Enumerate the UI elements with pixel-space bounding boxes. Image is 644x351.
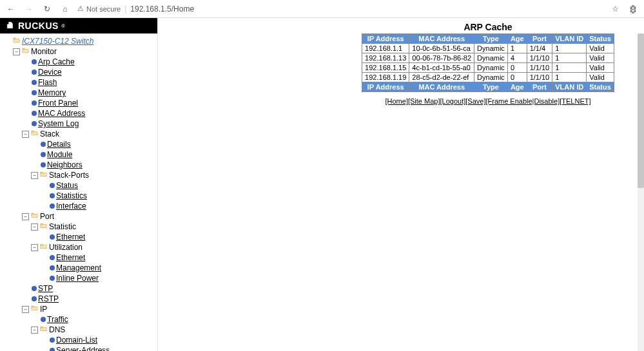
- tree-item[interactable]: Interface: [40, 201, 156, 211]
- tree-label[interactable]: Inline Power: [56, 273, 99, 283]
- bullet-icon: [50, 234, 55, 240]
- tree-item[interactable]: Arp Cache: [22, 57, 156, 67]
- tree-item[interactable]: RSTP: [22, 294, 156, 304]
- collapse-icon[interactable]: −: [22, 306, 29, 313]
- tree-item[interactable]: Front Panel: [22, 98, 156, 108]
- tree-label[interactable]: Port: [40, 211, 54, 222]
- tree-item[interactable]: Device: [22, 67, 156, 77]
- tree-item[interactable]: System Log: [22, 119, 156, 129]
- tree-item[interactable]: Inline Power: [40, 273, 156, 283]
- collapse-icon[interactable]: −: [31, 223, 38, 231]
- tree-label[interactable]: Statistics: [56, 191, 87, 201]
- tree-label[interactable]: Flash: [38, 77, 57, 88]
- footer-link[interactable]: [TELNET]: [560, 97, 590, 105]
- back-button[interactable]: ←: [5, 3, 17, 15]
- footer-link[interactable]: [Logout]: [440, 97, 466, 105]
- tree-label[interactable]: Module: [47, 149, 72, 160]
- tree-label[interactable]: STP: [38, 283, 53, 294]
- ruckus-logo-icon: [5, 21, 15, 32]
- folder-open-icon: [21, 46, 30, 57]
- tree-label[interactable]: Management: [56, 263, 101, 273]
- tree-item[interactable]: Module: [31, 149, 156, 160]
- folder-open-icon: [39, 222, 48, 232]
- tree-folder[interactable]: −Monitor: [13, 46, 156, 57]
- device-label[interactable]: ICX7150-C12 Switch: [22, 36, 93, 46]
- collapse-icon[interactable]: −: [22, 131, 29, 138]
- tree-label[interactable]: Utilization: [49, 242, 83, 252]
- extensions-button[interactable]: [627, 3, 639, 15]
- cell-vlan: 1: [552, 63, 587, 73]
- tree-item[interactable]: Traffic: [31, 314, 156, 325]
- tree-label[interactable]: IP: [40, 304, 47, 314]
- tree-label[interactable]: Memory: [38, 88, 66, 98]
- cell-status: Valid: [587, 63, 614, 73]
- tree-label[interactable]: Statistic: [49, 222, 76, 232]
- tree-folder[interactable]: −Utilization: [31, 242, 156, 252]
- table-header: MAC Address: [409, 82, 474, 92]
- bookmark-button[interactable]: ☆: [609, 3, 621, 15]
- footer-link[interactable]: [Home]: [385, 97, 408, 105]
- address-bar[interactable]: 192.168.1.5/Home: [130, 5, 194, 14]
- tree-label[interactable]: DNS: [49, 325, 65, 335]
- footer-link[interactable]: [Frame Enable|Disable]: [485, 97, 560, 105]
- tree-item[interactable]: Status: [40, 180, 156, 191]
- tree-item[interactable]: Flash: [22, 77, 156, 88]
- tree-item[interactable]: STP: [22, 283, 156, 294]
- tree-label[interactable]: Interface: [56, 201, 86, 211]
- collapse-icon[interactable]: −: [22, 213, 29, 220]
- tree-label[interactable]: Status: [56, 180, 78, 191]
- tree-folder[interactable]: −Stack-Ports: [31, 170, 156, 180]
- table-row: 192.168.1.154c-b1-cd-1b-55-a0Dynamic01/1…: [362, 63, 614, 73]
- table-header: VLAN ID: [552, 82, 587, 92]
- bullet-icon: [41, 162, 46, 167]
- forward-button[interactable]: →: [23, 3, 35, 15]
- footer-link[interactable]: [Site Map]: [408, 97, 440, 105]
- home-button[interactable]: ⌂: [59, 3, 71, 15]
- browser-toolbar: ← → ↻ ⌂ ⚠ Not secure | 192.168.1.5/Home …: [0, 0, 644, 18]
- security-indicator[interactable]: ⚠ Not secure: [77, 5, 121, 13]
- tree-label[interactable]: Ethernet: [56, 232, 85, 242]
- tree-label[interactable]: Stack-Ports: [49, 170, 89, 180]
- footer-link[interactable]: [Save]: [465, 97, 485, 105]
- tree-item[interactable]: Neighbors: [31, 160, 156, 170]
- tree-label[interactable]: Traffic: [47, 314, 68, 325]
- tree-label[interactable]: Arp Cache: [38, 57, 75, 67]
- arp-table: IP AddressMAC AddressTypeAgePortVLAN IDS…: [362, 33, 614, 92]
- tree-label[interactable]: MAC Address: [38, 108, 85, 119]
- tree-item[interactable]: Server-Address: [40, 345, 156, 351]
- tree-label[interactable]: Device: [38, 67, 62, 77]
- tree-label[interactable]: Monitor: [31, 46, 57, 57]
- tree-folder[interactable]: −Port: [22, 211, 156, 222]
- tree-label[interactable]: Details: [47, 139, 71, 149]
- tree-item[interactable]: Domain-List: [40, 335, 156, 345]
- tree-item[interactable]: Details: [31, 139, 156, 149]
- tree-label[interactable]: RSTP: [38, 294, 59, 304]
- bullet-icon: [50, 183, 55, 188]
- tree-label[interactable]: Domain-List: [56, 335, 97, 345]
- tree-label[interactable]: Front Panel: [38, 98, 78, 108]
- cell-mac: 00-06-78-7b-86-82: [409, 53, 474, 63]
- collapse-icon[interactable]: −: [13, 48, 20, 55]
- reload-button[interactable]: ↻: [41, 3, 53, 15]
- tree-folder[interactable]: −Stack: [22, 129, 156, 139]
- tree-folder[interactable]: −IP: [22, 304, 156, 314]
- tree-label[interactable]: Server-Address: [56, 345, 110, 351]
- tree-device[interactable]: ICX7150-C12 Switch: [4, 36, 156, 46]
- tree-label[interactable]: Ethernet: [56, 252, 85, 263]
- collapse-icon[interactable]: −: [31, 327, 38, 334]
- tree-item[interactable]: Management: [40, 263, 156, 273]
- collapse-icon[interactable]: −: [31, 244, 38, 251]
- tree-folder[interactable]: −DNS: [31, 325, 156, 335]
- tree-item[interactable]: Ethernet: [40, 232, 156, 242]
- tree-item[interactable]: MAC Address: [22, 108, 156, 119]
- collapse-icon[interactable]: −: [31, 172, 38, 179]
- tree-item[interactable]: Statistics: [40, 191, 156, 201]
- tree-item[interactable]: Ethernet: [40, 252, 156, 263]
- tree-label[interactable]: Neighbors: [47, 160, 83, 170]
- cell-ip: 192.168.1.1: [362, 44, 409, 53]
- tree-item[interactable]: Memory: [22, 88, 156, 98]
- sidebar-scrollbar-thumb[interactable]: [638, 33, 644, 188]
- tree-label[interactable]: System Log: [38, 119, 79, 129]
- tree-folder[interactable]: −Statistic: [31, 222, 156, 232]
- tree-label[interactable]: Stack: [40, 129, 59, 139]
